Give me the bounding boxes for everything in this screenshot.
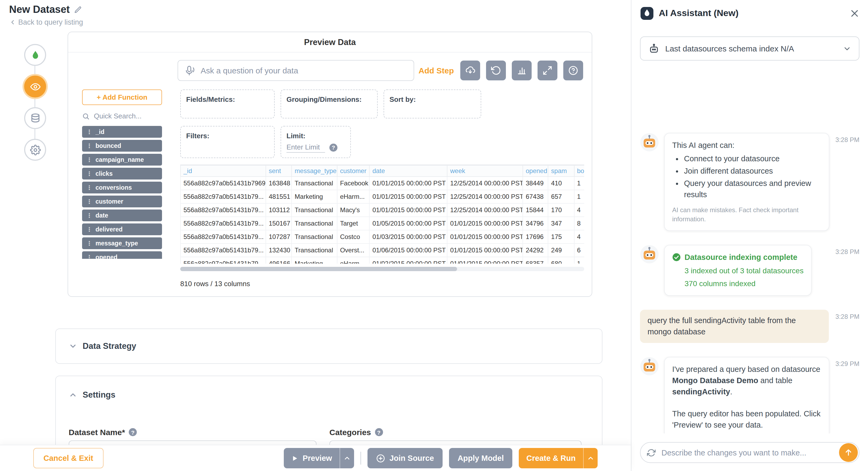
chart-view-button[interactable] [512, 61, 532, 80]
table-cell: 556a882c97a0b51431b79... [181, 190, 266, 203]
create-run-button[interactable]: Create & Run [519, 448, 583, 468]
capability-list: Connect to your datasource Join differen… [672, 153, 821, 200]
fields-metrics-dropzone[interactable]: Fields/Metrics: [180, 90, 275, 119]
settings-toggle[interactable]: Settings [69, 390, 115, 400]
field-pill[interactable]: ⋮date [82, 209, 162, 221]
join-source-button[interactable]: Join Source [368, 448, 442, 468]
step-preview-active[interactable] [24, 75, 46, 98]
step-data-model[interactable] [24, 107, 46, 129]
field-pill[interactable]: ⋮customer [82, 196, 162, 207]
field-pill[interactable]: ⋮bounced [82, 140, 162, 152]
field-pill[interactable]: ⋮clicks [82, 168, 162, 179]
message-timestamp: 3:28 PM [836, 313, 860, 321]
table-cell: 410 [548, 176, 574, 190]
text-fragment: . [730, 388, 732, 396]
preview-data-card: Preview Data Add Step [68, 32, 592, 297]
table-row: 556a882c97a0b51431b79...496166Marketinge… [181, 257, 584, 264]
settings-title: Settings [83, 390, 115, 400]
ask-question-input[interactable] [199, 65, 407, 75]
main-content: Preview Data Add Step [55, 31, 602, 471]
table-row: 556a882c97a0b51431b79...150167Transactio… [181, 217, 584, 230]
field-pill[interactable]: ⋮campaign_name [82, 154, 162, 166]
send-button[interactable] [839, 443, 858, 462]
schema-index-select[interactable]: Last datasources schema index N/A [640, 36, 860, 61]
field-pill[interactable]: ⋮delivered [82, 224, 162, 235]
column-header[interactable]: message_type [292, 165, 337, 176]
preview-button[interactable]: Preview [284, 448, 340, 468]
table-cell: 496166 [266, 257, 292, 264]
column-header[interactable]: sent [266, 165, 292, 176]
preview-options-button[interactable] [340, 448, 354, 468]
cancel-exit-button[interactable]: Cancel & Exit [33, 448, 103, 468]
field-pill[interactable]: ⋮_id [82, 126, 162, 138]
assistant-message: I've prepared a query based on datasourc… [640, 357, 860, 434]
categories-help-icon[interactable] [375, 428, 383, 436]
close-icon [850, 8, 860, 18]
assistant-bubble: This AI agent can: Connect to your datas… [664, 133, 829, 231]
field-pill-label: _id [95, 129, 104, 135]
table-cell: Macy's [337, 203, 370, 217]
sort-by-dropzone[interactable]: Sort by: [383, 90, 481, 119]
apply-model-button[interactable]: Apply Model [449, 448, 512, 468]
column-header[interactable]: spam [548, 165, 574, 176]
quick-search-input[interactable] [93, 111, 153, 121]
field-pill[interactable]: ⋮opened [82, 251, 162, 259]
add-step-button[interactable]: Add Step [418, 66, 454, 75]
table-cell: 132430 [266, 243, 292, 257]
table-cell: 657 [548, 190, 574, 203]
column-header[interactable]: bou [574, 165, 584, 176]
column-header[interactable]: date [369, 165, 447, 176]
table-cell: Transactional [292, 217, 337, 230]
chat-input[interactable] [660, 448, 835, 457]
chat-input-bar [640, 442, 860, 463]
column-header[interactable]: _id [181, 165, 266, 176]
step-settings[interactable] [24, 139, 46, 161]
column-header[interactable]: opened [523, 165, 548, 176]
back-to-query-listing-link[interactable]: Back to query listing [9, 18, 83, 26]
fullscreen-button[interactable] [537, 61, 557, 80]
table-cell: eHarm... [337, 257, 370, 264]
filters-dropzone[interactable]: Filters: [180, 126, 275, 158]
table-cell: 1 [574, 257, 584, 264]
table-cell: 17696 [523, 230, 548, 243]
indexing-detail-line: 3 indexed out of 3 total datasources [685, 265, 804, 276]
main-header: New Dataset Back to query listing [0, 0, 631, 31]
table-cell: 8 [574, 217, 584, 230]
grouping-dimensions-dropzone[interactable]: Grouping/Dimensions: [281, 90, 378, 119]
column-header[interactable]: week [447, 165, 523, 176]
microphone-icon[interactable] [185, 65, 195, 76]
scrollbar-thumb[interactable] [180, 267, 457, 271]
drag-handle-icon: ⋮ [86, 170, 92, 177]
dataset-name-help-icon[interactable] [129, 428, 137, 436]
close-panel-button[interactable] [850, 8, 860, 18]
user-message: query the full sendingActivity table fro… [640, 310, 860, 343]
drag-handle-icon: ⋮ [86, 198, 92, 205]
limit-input[interactable] [286, 142, 325, 153]
edit-pencil-icon[interactable] [74, 6, 82, 14]
create-run-options-button[interactable] [583, 448, 598, 468]
datasource-name: Mongo Database Demo [672, 376, 758, 385]
table-row: 556a882c97a0b51431b79...132430Transactio… [181, 243, 584, 257]
expand-icon [542, 65, 553, 75]
result-table: _id sent message_type customer date week… [180, 165, 584, 264]
text-fragment: and table [758, 376, 793, 385]
check-circle-icon [672, 253, 681, 262]
column-header[interactable]: customer [337, 165, 370, 176]
table-cell: 01/01/2015 00:00:00 PST [369, 190, 447, 203]
limit-help-icon[interactable] [330, 143, 337, 152]
table-cell: 34796 [523, 217, 548, 230]
cloud-download-button[interactable] [460, 61, 480, 80]
drag-handle-icon: ⋮ [86, 156, 92, 163]
data-strategy-title: Data Strategy [83, 341, 136, 351]
assistant-bubble: Datasource indexing complete 3 indexed o… [664, 245, 812, 296]
horizontal-scrollbar[interactable] [180, 267, 584, 271]
help-button[interactable] [563, 61, 583, 80]
field-pill-label: clicks [95, 170, 113, 177]
add-function-button[interactable]: + Add Function [82, 90, 162, 105]
table-cell: Transactional [292, 243, 337, 257]
data-strategy-toggle[interactable]: Data Strategy [69, 341, 136, 351]
field-pill[interactable]: ⋮conversions [82, 182, 162, 194]
reset-refresh-button[interactable] [486, 61, 506, 80]
field-pill[interactable]: ⋮message_type [82, 237, 162, 249]
step-datasource[interactable] [24, 44, 46, 66]
